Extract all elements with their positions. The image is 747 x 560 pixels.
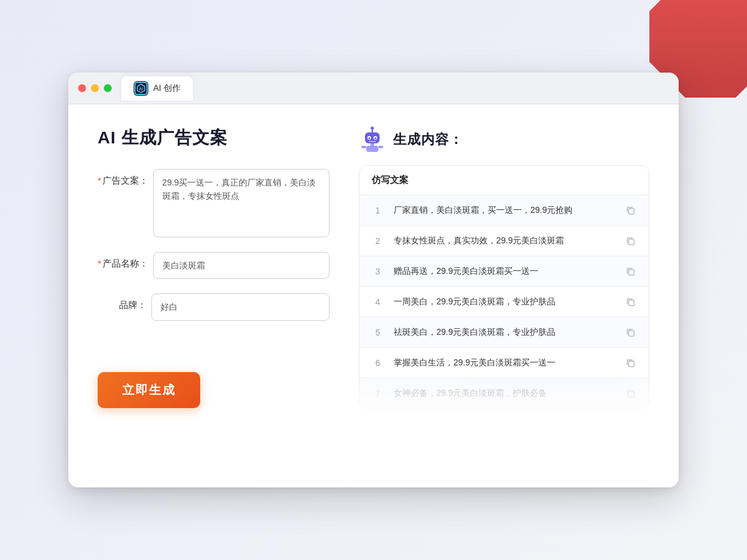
svg-rect-10: [370, 143, 374, 146]
svg-rect-13: [378, 146, 383, 148]
ad-copy-group: *广告文案： 29.9买一送一，真正的厂家直销，美白淡斑霜，专抹女性斑点: [98, 169, 330, 237]
left-panel: AI 生成广告文案 *广告文案： 29.9买一送一，真正的厂家直销，美白淡斑霜，…: [98, 126, 330, 461]
result-number: 2: [372, 236, 384, 246]
ad-copy-label: *广告文案：: [98, 169, 148, 187]
result-number: 5: [372, 328, 384, 337]
table-row: 4一周美白，29.9元美白淡斑霜，专业护肤品: [359, 287, 649, 317]
result-text: 厂家直销，美白淡斑霜，买一送一，29.9元抢购: [394, 204, 615, 217]
table-row: 7女神必备，29.9元美白淡斑霜，护肤必备: [359, 378, 649, 408]
result-number: 4: [372, 297, 384, 307]
table-row: 3赠品再送，29.9元美白淡斑霜买一送一: [359, 256, 649, 287]
svg-rect-9: [369, 141, 376, 142]
maximize-button[interactable]: [104, 84, 112, 92]
result-title: 生成内容：: [393, 131, 463, 149]
results-container: 仿写文案 1厂家直销，美白淡斑霜，买一送一，29.9元抢购2专抹女性斑点，真实功…: [359, 165, 649, 409]
product-name-input[interactable]: 美白淡斑霜: [153, 252, 330, 279]
svg-point-3: [371, 127, 374, 130]
table-row: 5祛斑美白，29.9元美白淡斑霜，专业护肤品: [359, 317, 649, 348]
title-bar: AI AI 创作: [68, 73, 679, 104]
ad-copy-required: *: [98, 175, 101, 185]
copy-button[interactable]: [624, 357, 637, 369]
result-number: 7: [372, 389, 384, 398]
copy-button[interactable]: [624, 265, 637, 278]
table-row: 1厂家直销，美白淡斑霜，买一送一，29.9元抢购: [359, 195, 649, 226]
svg-rect-15: [629, 239, 634, 245]
brand-group: 品牌： 好白: [98, 293, 330, 320]
svg-point-8: [375, 137, 377, 139]
copy-button[interactable]: [624, 235, 637, 247]
brand-input[interactable]: 好白: [151, 293, 330, 320]
minimize-button[interactable]: [91, 84, 99, 92]
svg-rect-16: [629, 270, 634, 275]
results-wrapper: 仿写文案 1厂家直销，美白淡斑霜，买一送一，29.9元抢购2专抹女性斑点，真实功…: [359, 165, 649, 409]
result-text: 祛斑美白，29.9元美白淡斑霜，专业护肤品: [394, 326, 615, 339]
svg-rect-19: [629, 361, 634, 367]
brand-label: 品牌：: [98, 293, 146, 311]
browser-window: AI AI 创作 AI 生成广告文案 *广告文案： 29.9买一送一，真正的厂家…: [68, 73, 679, 487]
results-column-header: 仿写文案: [372, 174, 408, 185]
svg-text:AI: AI: [139, 87, 143, 91]
close-button[interactable]: [78, 84, 86, 92]
tab-label: AI 创作: [153, 83, 181, 94]
result-text: 赠品再送，29.9元美白淡斑霜买一送一: [394, 265, 615, 278]
svg-rect-17: [629, 300, 634, 306]
robot-icon: [359, 126, 386, 153]
ai-tab[interactable]: AI AI 创作: [121, 76, 193, 101]
table-row: 6掌握美白生活，29.9元美白淡斑霜买一送一: [359, 348, 649, 378]
ai-icon: AI: [134, 81, 148, 96]
svg-rect-12: [361, 146, 366, 148]
traffic-lights: [78, 84, 112, 92]
table-row: 2专抹女性斑点，真实功效，29.9元美白淡斑霜: [359, 226, 649, 256]
product-name-required: *: [98, 258, 101, 268]
result-number: 6: [372, 358, 384, 368]
svg-marker-0: [137, 84, 145, 93]
result-rows-container: 1厂家直销，美白淡斑霜，买一送一，29.9元抢购2专抹女性斑点，真实功效，29.…: [359, 195, 649, 408]
product-name-group: *产品名称： 美白淡斑霜: [98, 252, 330, 279]
copy-button[interactable]: [624, 204, 637, 217]
content-area: AI 生成广告文案 *广告文案： 29.9买一送一，真正的厂家直销，美白淡斑霜，…: [68, 104, 679, 483]
result-number: 1: [372, 206, 384, 215]
ad-copy-input[interactable]: 29.9买一送一，真正的厂家直销，美白淡斑霜，专抹女性斑点: [153, 169, 330, 237]
result-text: 女神必备，29.9元美白淡斑霜，护肤必备: [394, 387, 615, 400]
svg-rect-11: [366, 146, 378, 152]
right-panel: 生成内容： 仿写文案 1厂家直销，美白淡斑霜，买一送一，29.9元抢购2专抹女性…: [359, 126, 649, 461]
svg-rect-20: [629, 392, 634, 397]
results-header-row: 仿写文案: [359, 166, 649, 195]
copy-button[interactable]: [624, 296, 637, 308]
result-text: 一周美白，29.9元美白淡斑霜，专业护肤品: [394, 295, 615, 308]
result-text: 掌握美白生活，29.9元美白淡斑霜买一送一: [394, 356, 615, 369]
page-title: AI 生成广告文案: [98, 126, 330, 149]
copy-button[interactable]: [624, 387, 637, 400]
product-name-label: *产品名称：: [98, 252, 148, 270]
result-header: 生成内容：: [359, 126, 649, 153]
result-number: 3: [372, 267, 384, 276]
svg-rect-18: [629, 331, 634, 336]
svg-point-7: [369, 137, 370, 139]
generate-button[interactable]: 立即生成: [98, 372, 200, 408]
result-text: 专抹女性斑点，真实功效，29.9元美白淡斑霜: [394, 234, 615, 247]
copy-button[interactable]: [624, 326, 637, 339]
svg-rect-14: [629, 209, 634, 214]
